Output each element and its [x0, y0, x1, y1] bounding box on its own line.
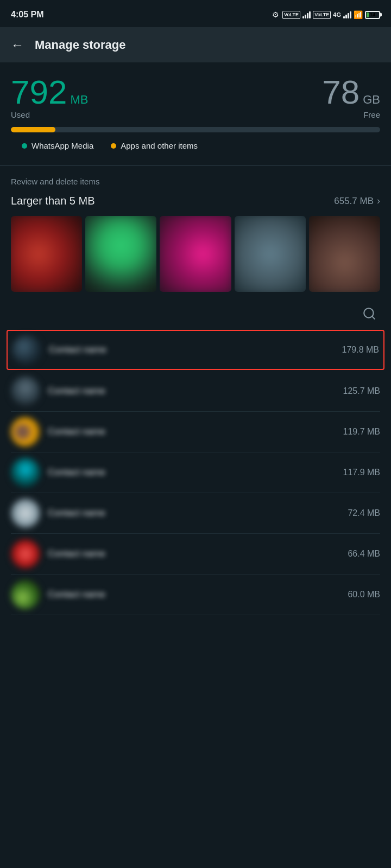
list-item-1[interactable]: Contact name 179.8 MB [7, 330, 384, 370]
legend-whatsapp-media: WhatsApp Media [22, 141, 93, 150]
list-item-left-3: Contact name [11, 417, 343, 446]
larger-size: 655.7 MB › [334, 195, 380, 207]
search-icon [362, 307, 376, 321]
item-size-1: 179.8 MB [342, 345, 379, 355]
legend-label-apps: Apps and other items [121, 141, 198, 150]
status-bar: 4:05 PM ⚙ VoLTE VoLTE 4G 📶 14 [0, 0, 391, 27]
avatar-2 [11, 376, 40, 406]
lte-badge-1: VoLTE [282, 11, 300, 19]
thumbnail-1 [11, 216, 82, 292]
chat-name-1: Contact name [49, 344, 106, 355]
list-item-4[interactable]: Contact name 117.9 MB [11, 452, 380, 493]
item-size-6: 66.4 MB [348, 549, 380, 559]
signal-bars-1 [302, 11, 311, 18]
progress-bar-fill [11, 127, 55, 132]
list-item-2[interactable]: Contact name 125.7 MB [11, 371, 380, 412]
chat-name-5: Contact name [48, 508, 105, 519]
free-number: 78 [322, 75, 360, 109]
wifi-icon: 📶 [354, 10, 363, 19]
free-amount: 78 GB [322, 75, 380, 109]
back-button[interactable]: ← [11, 37, 24, 53]
legend-apps-other: Apps and other items [111, 141, 198, 150]
list-item-left-5: Contact name [11, 499, 348, 528]
chat-name-6: Contact name [48, 548, 105, 559]
list-item-left-4: Contact name [11, 458, 343, 487]
larger-size-value: 655.7 MB [334, 196, 374, 207]
avatar-1 [12, 335, 41, 365]
search-row [11, 303, 380, 324]
list-item-left-6: Contact name [11, 539, 348, 569]
chat-name-7: Contact name [48, 589, 105, 600]
list-item-3[interactable]: Contact name 119.7 MB [11, 412, 380, 452]
svg-line-1 [372, 316, 375, 319]
list-item-7[interactable]: Contact name 60.0 MB [11, 575, 380, 615]
chevron-right-icon: › [377, 195, 380, 207]
item-size-7: 60.0 MB [348, 590, 380, 599]
larger-than-row[interactable]: Larger than 5 MB 655.7 MB › [11, 195, 380, 207]
chat-list: Contact name 179.8 MB Contact name 125.7… [11, 330, 380, 615]
battery-icon: 14 [365, 11, 380, 19]
signal-bars-2 [343, 11, 351, 18]
thumbnail-5 [309, 216, 380, 292]
status-time: 4:05 PM [11, 10, 43, 20]
page-title: Manage storage [35, 38, 126, 52]
thumbnail-4 [235, 216, 306, 292]
free-unit: GB [363, 93, 380, 107]
avatar-4 [11, 458, 40, 487]
list-item-left-2: Contact name [11, 376, 343, 406]
thumbnail-3 [160, 216, 231, 292]
used-section: 792 MB Used [11, 75, 88, 119]
review-section: Review and delete items Larger than 5 MB… [11, 166, 380, 615]
item-size-4: 117.9 MB [343, 468, 380, 477]
chat-name-4: Contact name [48, 467, 105, 478]
main-content: 792 MB Used 78 GB Free WhatsApp Media Ap… [0, 62, 391, 626]
list-item-6[interactable]: Contact name 66.4 MB [11, 534, 380, 575]
gear-icon: ⚙ [272, 10, 279, 19]
storage-progress-bar [11, 127, 380, 132]
list-item-5[interactable]: Contact name 72.4 MB [11, 493, 380, 534]
free-label: Free [363, 110, 380, 119]
item-size-3: 119.7 MB [343, 427, 380, 437]
search-button[interactable] [358, 303, 380, 324]
thumbnails-row [11, 216, 380, 292]
chat-name-2: Contact name [48, 386, 105, 397]
legend-dot-apps [111, 143, 116, 149]
free-section: 78 GB Free [322, 75, 380, 119]
avatar-5 [11, 499, 40, 528]
lte-badge-2: VoLTE [313, 11, 331, 19]
storage-stats: 792 MB Used 78 GB Free [11, 75, 380, 119]
legend-dot-whatsapp [22, 143, 27, 149]
status-icons: ⚙ VoLTE VoLTE 4G 📶 14 [272, 10, 380, 19]
avatar-3 [11, 417, 40, 446]
used-number: 792 [11, 75, 67, 109]
avatar-6 [11, 539, 40, 569]
chat-name-3: Contact name [48, 426, 105, 437]
used-amount: 792 MB [11, 75, 88, 109]
item-size-2: 125.7 MB [343, 386, 380, 396]
legend-label-whatsapp: WhatsApp Media [31, 141, 93, 150]
4g-badge: 4G [333, 11, 341, 18]
item-size-5: 72.4 MB [348, 508, 380, 518]
header: ← Manage storage [0, 27, 391, 62]
list-item-left-1: Contact name [12, 335, 342, 365]
storage-legend: WhatsApp Media Apps and other items [11, 141, 380, 150]
list-item-left-7: Contact name [11, 580, 348, 609]
used-label: Used [11, 110, 88, 119]
review-title: Review and delete items [11, 177, 380, 186]
thumbnail-2 [85, 216, 156, 292]
avatar-7 [11, 580, 40, 609]
larger-label: Larger than 5 MB [11, 195, 95, 207]
used-unit: MB [70, 93, 88, 107]
